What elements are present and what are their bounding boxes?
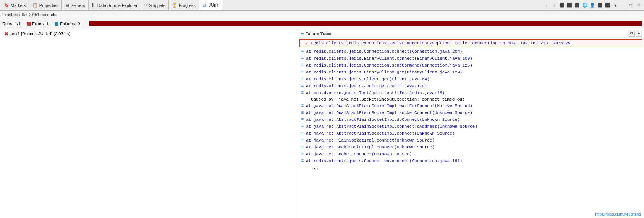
trace-line-4: ≡at redis.clients.jedis.BinaryClient.get… <box>298 69 644 76</box>
stack-icon-17: ≡ <box>301 158 304 164</box>
toolbar-btn-2[interactable]: ⬛ <box>558 2 565 9</box>
filter-trace-button[interactable]: ≡ <box>636 30 642 37</box>
failure-trace-title: Failure Trace <box>306 31 332 36</box>
trace-lines-container: ⚡redis.clients.jedis.exceptions.JedisCon… <box>298 39 644 171</box>
errors-stat: Errors: 1 <box>27 21 49 26</box>
runs-stat: Runs: 1/1 <box>2 21 21 26</box>
errors-label: Errors: <box>32 21 45 26</box>
trace-line-2: ≡at redis.clients.jedis.BinaryClient.con… <box>298 55 644 62</box>
trace-line-5: ≡at redis.clients.jedis.Client.get(Clien… <box>298 76 644 83</box>
tab-label-markers: Markers <box>11 3 26 8</box>
toolbar-btn-8[interactable]: ⬛ <box>604 2 611 9</box>
toolbar-btn-1[interactable]: ↑ <box>551 2 558 9</box>
copy-trace-button[interactable]: ⧉ <box>628 30 635 37</box>
stack-icon-16: ≡ <box>301 151 304 157</box>
toolbar-btn-10[interactable]: — <box>620 2 626 9</box>
status-bar: Finished after 2.051 seconds <box>0 11 644 18</box>
trace-text-11: at java.net.AbstractPlainSocketImpl.doCo… <box>306 117 460 122</box>
tab-datasource[interactable]: 🗄Data Source Explorer <box>89 0 141 10</box>
tab-icon-datasource: 🗄 <box>92 3 96 8</box>
trace-text-2: at redis.clients.jedis.BinaryClient.conn… <box>306 56 472 61</box>
trace-text-16: at java.net.Socket.connect(Unknown Sourc… <box>306 152 412 156</box>
stack-icon-3: ≡ <box>301 63 304 68</box>
stack-icon-9: ≡ <box>301 103 304 109</box>
tab-label-properties: Properties <box>39 3 58 8</box>
toolbar-btn-7[interactable]: ⬛ <box>597 2 604 9</box>
stack-icon-10: ≡ <box>301 110 304 116</box>
tab-junit[interactable]: 🔬JUnit <box>199 0 222 10</box>
trace-line-10: ≡at java.net.DualStackPlainSocketImpl.so… <box>298 109 644 116</box>
trace-text-1: at redis.clients.jedis.Connection.connec… <box>306 49 462 54</box>
tab-bar: 🔖Markers📋Properties🖥Servers🗄Data Source … <box>0 0 644 11</box>
stack-icon-13: ≡ <box>301 131 304 136</box>
tab-servers[interactable]: 🖥Servers <box>62 0 89 10</box>
test-tree-panel[interactable]: ✖ test1 [Runner: JUnit 4] (2.034 s) <box>0 29 298 218</box>
trace-line-9: ≡at java.net.DualStackPlainSocketImpl.wa… <box>298 102 644 109</box>
trace-text-0: redis.clients.jedis.exceptions.JedisConn… <box>311 41 571 46</box>
tab-progress[interactable]: ⏳Progress <box>169 0 199 10</box>
trace-line-17: ≡at redis.clients.jedis.Connection.conne… <box>298 158 644 164</box>
trace-text-18: ... <box>311 165 319 170</box>
tab-icon-servers: 🖥 <box>65 3 69 8</box>
stack-icon-1: ≡ <box>301 49 304 54</box>
test-error-icon: ✖ <box>3 31 9 37</box>
trace-text-15: at java.net.SocksSocketImpl.connect(Unkn… <box>306 145 435 150</box>
right-panel-toolbar: ⧉ ≡ <box>628 30 642 37</box>
trace-text-13: at java.net.AbstractPlainSocketImpl.conn… <box>306 131 455 136</box>
trace-text-7: at com.dynamic.jedis.TestJedis.test1(Tes… <box>306 91 445 95</box>
trace-text-8: Caused by: java.net.SocketTimeoutExcepti… <box>311 97 465 102</box>
toolbar-btn-6[interactable]: 👤 <box>589 2 596 9</box>
tab-properties[interactable]: 📋Properties <box>29 0 62 10</box>
failure-trace-header: ≡ Failure Trace <box>298 29 644 38</box>
trace-line-16: ≡at java.net.Socket.connect(Unknown Sour… <box>298 151 644 158</box>
tab-icon-properties: 📋 <box>32 3 38 8</box>
errors-value: 1 <box>46 21 49 26</box>
trace-line-0: ⚡redis.clients.jedis.exceptions.JedisCon… <box>299 39 642 47</box>
trace-line-8: Caused by: java.net.SocketTimeoutExcepti… <box>298 96 644 102</box>
error-indicator-icon <box>27 22 31 26</box>
toolbar-btn-11[interactable]: □ <box>627 2 634 9</box>
trace-text-4: at redis.clients.jedis.BinaryClient.get(… <box>306 70 462 75</box>
trace-text-9: at java.net.DualStackPlainSocketImpl.wai… <box>306 104 472 108</box>
trace-line-18: ... <box>298 164 644 171</box>
toolbar-btn-9[interactable]: ▼ <box>612 2 619 9</box>
toolbar-btn-12[interactable]: ✕ <box>635 2 642 9</box>
run-stats-bar: Runs: 1/1 Errors: 1 Failures: 0 <box>0 18 644 29</box>
toolbar-btn-0[interactable]: ↓ <box>543 2 550 9</box>
watermark-link[interactable]: https://blog.csdn.net/dming <box>595 212 641 216</box>
trace-line-14: ≡at java.net.PlainSocketImpl.connect(Unk… <box>298 137 644 144</box>
tab-icon-junit: 🔬 <box>202 2 207 7</box>
stack-icon-4: ≡ <box>301 70 304 75</box>
stack-icon-2: ≡ <box>301 56 304 61</box>
failures-label: Failures: <box>60 21 76 26</box>
trace-line-15: ≡at java.net.SocksSocketImpl.connect(Unk… <box>298 144 644 151</box>
error-trace-icon: ⚡ <box>303 41 309 46</box>
stack-icon-14: ≡ <box>301 138 304 143</box>
test-item-label: test1 [Runner: JUnit 4] (2.034 s) <box>11 31 70 36</box>
tab-markers[interactable]: 🔖Markers <box>1 0 29 10</box>
progress-bar <box>89 21 642 26</box>
runs-label: Runs: <box>2 21 13 26</box>
tab-icon-snippets: ✂ <box>144 3 147 8</box>
toolbar-btn-3[interactable]: ⬛ <box>566 2 573 9</box>
trace-line-11: ≡at java.net.AbstractPlainSocketImpl.doC… <box>298 116 644 123</box>
trace-text-5: at redis.clients.jedis.Client.get(Client… <box>306 77 429 81</box>
tab-snippets[interactable]: ✂Snippets <box>141 0 169 10</box>
failure-trace-panel: ⧉ ≡ ≡ Failure Trace ⚡redis.clients.jedis… <box>298 29 644 218</box>
trace-line-1: ≡at redis.clients.jedis.Connection.conne… <box>298 48 644 55</box>
tab-bar-left: 🔖Markers📋Properties🖥Servers🗄Data Source … <box>1 0 222 10</box>
trace-line-12: ≡at java.net.AbstractPlainSocketImpl.con… <box>298 123 644 130</box>
trace-line-7: ≡at com.dynamic.jedis.TestJedis.test1(Te… <box>298 89 644 96</box>
stack-icon-5: ≡ <box>301 76 304 82</box>
runs-value: 1/1 <box>15 21 21 26</box>
tab-icon-markers: 🔖 <box>4 3 9 8</box>
stack-icon-6: ≡ <box>301 83 304 89</box>
test-item[interactable]: ✖ test1 [Runner: JUnit 4] (2.034 s) <box>0 29 298 38</box>
tab-label-junit: JUnit <box>209 3 218 7</box>
trace-text-12: at java.net.AbstractPlainSocketImpl.conn… <box>306 124 477 129</box>
toolbar-btn-4[interactable]: ⬛ <box>574 2 581 9</box>
toolbar-btn-5[interactable]: 🌐 <box>581 2 588 9</box>
main-content: ✖ test1 [Runner: JUnit 4] (2.034 s) ⧉ ≡ … <box>0 29 644 218</box>
failure-indicator-icon <box>55 22 58 26</box>
stack-icon-7: ≡ <box>301 90 304 96</box>
